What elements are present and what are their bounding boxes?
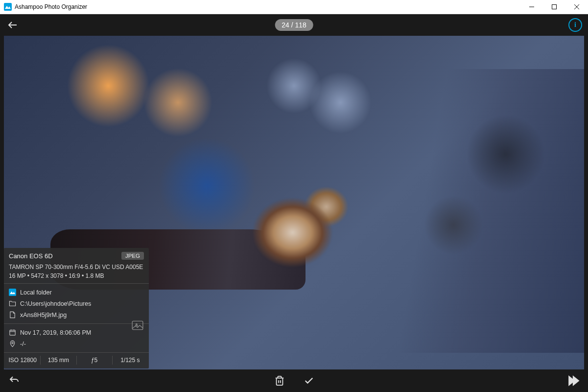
window-controls — [520, 0, 588, 14]
exif-shutter: 1/125 s — [113, 356, 148, 365]
viewer-top-bar: 24 / 118 i — [0, 14, 588, 36]
exif-focal-length: 135 mm — [41, 356, 76, 365]
confirm-button[interactable] — [302, 373, 316, 388]
calendar-icon — [9, 329, 16, 336]
undo-button[interactable] — [7, 373, 22, 388]
map-icon[interactable] — [131, 319, 144, 332]
svg-point-11 — [12, 342, 13, 343]
folder-icon — [9, 300, 16, 307]
filename: xAns8H5j9rM.jpg — [20, 312, 67, 318]
location-value: -/- — [20, 341, 26, 347]
window-titlebar: Ashampoo Photo Organizer — [0, 0, 588, 14]
maximize-button[interactable] — [543, 0, 565, 14]
svg-rect-2 — [552, 5, 557, 9]
image-dimensions: 16 MP • 5472 x 3078 • 16:9 • 1.8 MB — [4, 271, 149, 283]
exif-iso: ISO 12800 — [5, 356, 41, 365]
app-body: 24 / 118 i Canon EOS 6D JPEG TAMRON SP 7… — [0, 14, 588, 392]
image-counter: 24 / 118 — [275, 19, 313, 31]
window-title: Ashampoo Photo Organizer — [15, 3, 520, 10]
metadata-panel: Canon EOS 6D JPEG TAMRON SP 70-300mm F/4… — [4, 248, 149, 368]
info-button[interactable]: i — [568, 18, 582, 32]
minimize-button[interactable] — [520, 0, 543, 14]
svg-rect-0 — [4, 3, 12, 11]
file-format-badge: JPEG — [121, 252, 144, 260]
image-icon — [9, 289, 16, 296]
app-icon — [4, 3, 12, 11]
camera-model: Canon EOS 6D — [9, 252, 121, 260]
exif-row: ISO 12800 135 mm ƒ5 1/125 s — [4, 352, 149, 368]
skip-forward-button[interactable] — [566, 373, 581, 388]
viewer-bottom-bar — [0, 369, 588, 392]
exif-aperture: ƒ5 — [77, 356, 113, 365]
lens-model: TAMRON SP 70-300mm F/4-5.6 Di VC USD A00… — [4, 263, 149, 271]
file-icon — [9, 311, 16, 318]
folder-label: Local folder — [20, 289, 52, 296]
folder-path: C:\Users\johndoe\Pictures — [20, 300, 91, 307]
delete-button[interactable] — [272, 373, 287, 388]
capture-datetime: Nov 17, 2019, 8:06:06 PM — [20, 329, 91, 336]
svg-marker-17 — [573, 376, 579, 385]
back-button[interactable] — [6, 18, 20, 32]
close-button[interactable] — [565, 0, 588, 14]
svg-rect-7 — [10, 330, 15, 335]
svg-rect-6 — [9, 289, 16, 296]
svg-point-13 — [136, 324, 138, 325]
location-pin-icon — [9, 340, 16, 347]
